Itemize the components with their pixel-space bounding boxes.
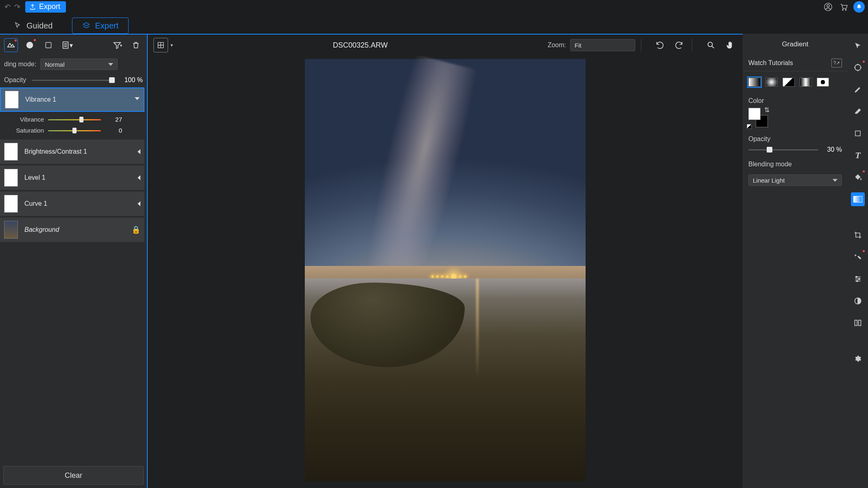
vibrance-slider[interactable] [48, 117, 101, 122]
rotate-left-icon[interactable] [653, 38, 667, 52]
gradient-type-angle[interactable] [783, 78, 795, 87]
layer-brightness-contrast[interactable]: Brightness/Contrast 1 [0, 139, 144, 164]
svg-point-4 [26, 42, 33, 49]
move-tool-icon[interactable] [851, 39, 865, 52]
gradient-tool-icon[interactable] [851, 192, 865, 206]
zoom-tool-icon[interactable] [704, 38, 718, 52]
crop-tool-icon[interactable] [851, 228, 865, 242]
gradient-type-reflected[interactable] [800, 78, 812, 87]
selection-tool-icon[interactable] [851, 61, 865, 74]
gradient-blend-label: Blending mode [748, 161, 792, 168]
text-tool-icon[interactable]: T [851, 148, 865, 162]
opacity-label: Opacity [4, 76, 26, 84]
canvas-viewport[interactable] [148, 56, 743, 488]
gradient-type-diamond[interactable] [817, 78, 829, 87]
grid-icon[interactable] [153, 38, 168, 52]
chevron-down-icon[interactable] [135, 97, 140, 102]
swap-colors-icon[interactable]: ⇅ [764, 106, 770, 114]
layer-level[interactable]: Level 1 [0, 166, 144, 190]
svg-rect-9 [855, 131, 860, 136]
gradient-blend-value: Linear Light [753, 177, 785, 184]
lock-icon[interactable]: 🔒 [131, 225, 140, 234]
fill-tool-icon[interactable] [851, 170, 865, 184]
tab-guided[interactable]: Guided [3, 17, 63, 34]
layer-menu-icon[interactable]: ▾ [60, 38, 74, 52]
watch-tutorials-row[interactable]: Watch Tutorials ?↗ [743, 55, 848, 71]
filter-icon[interactable]: ▾ [110, 38, 124, 52]
layer-name: Brightness/Contrast 1 [24, 148, 131, 155]
color-swatch[interactable]: ⇅ [748, 108, 768, 127]
blend-mode-label: ding mode: [4, 61, 36, 68]
account-icon[interactable] [822, 1, 834, 13]
zoom-label: Zoom: [548, 41, 566, 49]
layer-vibrance[interactable]: Vibrance 1 [0, 87, 144, 112]
layer-opacity-slider[interactable] [32, 76, 112, 84]
saturation-slider[interactable] [48, 128, 101, 133]
gradient-type-radial[interactable] [765, 78, 778, 87]
svg-point-2 [842, 9, 844, 11]
layer-curve[interactable]: Curve 1 [0, 192, 144, 216]
trash-icon[interactable] [129, 38, 143, 52]
undo-icon[interactable]: ↶ [3, 3, 11, 11]
svg-rect-14 [855, 320, 857, 325]
mask-circle-icon[interactable] [23, 38, 37, 52]
rotate-right-icon[interactable] [671, 38, 686, 52]
layer-name: Vibrance 1 [25, 96, 128, 103]
gradient-opacity-row: 30 % [743, 143, 848, 157]
canvas-panel: ▾ DSC00325.ARW Zoom: Fit [148, 34, 743, 488]
gradient-blend-select[interactable]: Linear Light [748, 174, 842, 186]
blend-mode-row: ding mode: Normal [0, 56, 147, 73]
svg-point-7 [708, 42, 713, 47]
tab-expert[interactable]: Expert [72, 17, 129, 34]
grid-menu-caret[interactable]: ▾ [171, 42, 173, 48]
layers-list: Vibrance 1 Vibrance 27 Saturation 0 Brig… [0, 87, 147, 463]
mask-square-icon[interactable] [42, 38, 55, 52]
adjustment-stack-icon[interactable] [4, 38, 18, 52]
hand-tool-icon[interactable] [722, 38, 737, 52]
redo-icon[interactable]: ↷ [13, 3, 21, 11]
vibrance-label: Vibrance [13, 116, 44, 123]
main-area: ▾ ▾ ding mode: Normal Opacity 100 % [0, 34, 868, 488]
layers-panel: ▾ ▾ ding mode: Normal Opacity 100 % [0, 34, 148, 488]
chevron-left-icon[interactable] [138, 149, 140, 154]
compare-tool-icon[interactable] [851, 316, 865, 330]
cart-icon[interactable] [838, 1, 849, 13]
magic-tool-icon[interactable] [851, 250, 865, 264]
tab-guided-label: Guided [26, 21, 53, 30]
layer-thumbnail [4, 143, 18, 161]
svg-rect-15 [859, 320, 861, 325]
default-colors-icon[interactable] [747, 124, 752, 129]
shape-tool-icon[interactable] [851, 126, 865, 140]
svg-point-1 [827, 4, 829, 7]
gradient-opacity-slider[interactable] [748, 146, 818, 153]
document-image [305, 59, 586, 481]
eraser-tool-icon[interactable] [851, 105, 865, 118]
layer-background[interactable]: Background 🔒 [0, 218, 144, 242]
layer-thumbnail [4, 195, 18, 213]
svg-point-12 [857, 280, 858, 281]
zoom-group: Zoom: Fit [548, 39, 635, 51]
brush-tool-icon[interactable] [851, 83, 865, 96]
export-button[interactable]: Export [25, 1, 66, 13]
settings-tool-icon[interactable] [851, 352, 865, 366]
notifications-icon[interactable] [853, 1, 865, 13]
chevron-down-icon [108, 63, 113, 66]
contrast-tool-icon[interactable] [851, 294, 865, 308]
tutorial-popup-icon[interactable]: ?↗ [831, 59, 842, 68]
blend-mode-select[interactable]: Normal [40, 59, 118, 70]
gradient-panel-title: Gradient [743, 34, 848, 55]
gradient-opacity-label: Opacity [748, 135, 770, 142]
layer-name: Background [24, 226, 125, 233]
layers-panel-toolbar: ▾ ▾ [0, 35, 147, 56]
chevron-left-icon[interactable] [138, 175, 140, 180]
sliders-tool-icon[interactable] [851, 272, 865, 286]
foreground-color-swatch[interactable] [748, 108, 761, 120]
document-title: DSC00325.ARW [179, 41, 542, 50]
chevron-left-icon[interactable] [138, 201, 140, 206]
canvas-toolbar: ▾ DSC00325.ARW Zoom: Fit [148, 35, 743, 56]
chevron-down-icon [833, 179, 837, 182]
vibrance-adjustments: Vibrance 27 Saturation 0 [0, 113, 144, 138]
gradient-type-linear[interactable] [748, 78, 761, 87]
zoom-select[interactable]: Fit [570, 39, 635, 51]
clear-button[interactable]: Clear [3, 466, 144, 485]
